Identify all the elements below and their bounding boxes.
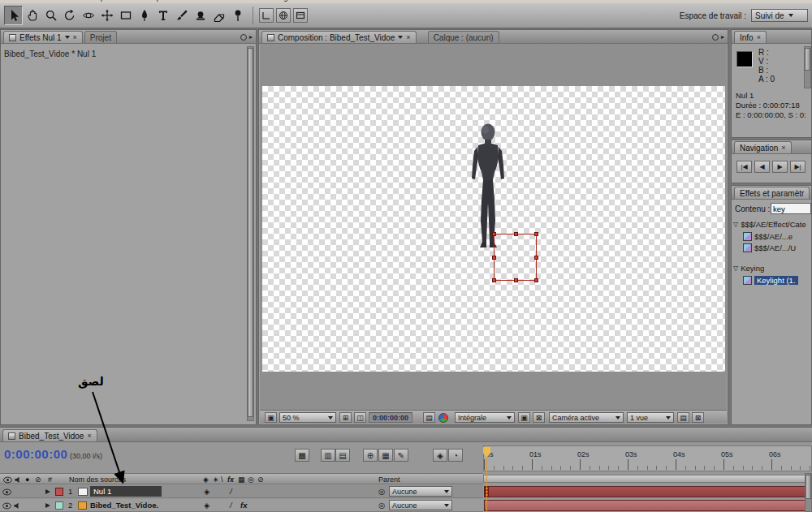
menu-item[interactable]: Fichier <box>8 0 32 2</box>
eye-icon[interactable] <box>2 502 11 510</box>
info-scrollbar[interactable] <box>804 46 811 88</box>
last-frame-button[interactable]: ▶| <box>790 161 806 173</box>
preset-effect-row[interactable]: $$$/AE/...e <box>733 230 811 242</box>
selection-handle[interactable] <box>492 256 496 260</box>
draft-3d-button[interactable]: ▥ <box>321 449 335 462</box>
hand-tool-button[interactable] <box>23 6 41 25</box>
grid-options-icon[interactable]: ▤ <box>677 412 689 423</box>
null-object-selection-box[interactable] <box>494 234 537 281</box>
safe-zones-icon[interactable]: ⊞ <box>339 412 352 423</box>
tab-layer[interactable]: Calque : (aucun) <box>428 31 499 43</box>
eye-icon[interactable] <box>3 476 12 484</box>
mask-rectangle-tool-button[interactable] <box>116 6 135 25</box>
menu-item[interactable]: Calque <box>141 0 167 2</box>
layer-bar-null[interactable] <box>484 486 811 497</box>
composition-viewport[interactable] <box>260 44 727 410</box>
layer-color-chip[interactable] <box>55 488 63 496</box>
menu-item[interactable]: Animation <box>209 0 245 2</box>
current-timecode[interactable]: 0:00:00:00 <box>4 447 67 461</box>
scrollbar-thumb[interactable] <box>806 475 811 499</box>
view-layout-dropdown[interactable]: 1 vue <box>627 412 674 423</box>
parent-dropdown[interactable]: Aucune <box>389 500 452 510</box>
speaker-icon[interactable] <box>15 476 22 484</box>
zoom-dropdown[interactable]: 50 % <box>279 412 336 423</box>
twirl-closed-icon[interactable] <box>45 489 50 494</box>
rotation-tool-button[interactable] <box>60 6 79 25</box>
pen-tool-button[interactable] <box>135 6 153 25</box>
preset-search-input[interactable] <box>771 203 811 214</box>
menu-item[interactable]: Aide <box>347 0 363 2</box>
play-button[interactable]: ▶ <box>772 161 788 173</box>
quality-switch-icon[interactable]: ◈ <box>204 501 209 510</box>
preset-effect-row[interactable]: $$$/AE/.../U <box>733 242 811 253</box>
flowchart-icon[interactable]: ⊠ <box>692 412 704 423</box>
brush-tool-button[interactable] <box>172 6 191 25</box>
brainstorm-button[interactable]: ✎ <box>394 449 408 462</box>
close-icon[interactable]: × <box>757 34 761 41</box>
index-column-header[interactable]: # <box>48 475 52 484</box>
work-area-bar[interactable] <box>483 475 812 483</box>
tab-navigation[interactable]: Navigation × <box>734 141 792 153</box>
parent-pickwhip-icon[interactable]: ◎ <box>378 487 385 496</box>
tab-project[interactable]: Projet <box>84 31 117 43</box>
mannequin-figure[interactable] <box>464 123 512 252</box>
tab-info[interactable]: Info × <box>734 31 767 43</box>
clone-stamp-tool-button[interactable] <box>191 6 209 25</box>
layer-row-video[interactable]: 2 Bibed_Test_Vidoe. ◈ / fx ◎ Aucune <box>0 499 483 512</box>
pan-behind-tool-button[interactable] <box>97 6 116 25</box>
menu-item[interactable]: Affichage <box>259 0 293 2</box>
selection-handle[interactable] <box>514 278 518 282</box>
unified-camera-tool-button[interactable] <box>79 6 97 25</box>
parent-pickwhip-icon[interactable]: ◎ <box>378 501 385 510</box>
timeline-scrollbar[interactable] <box>805 473 812 512</box>
workspace-dropdown[interactable]: Suivi de <box>751 9 808 22</box>
selection-handle[interactable] <box>492 232 496 236</box>
menu-item[interactable]: Édition <box>45 0 71 2</box>
chevron-down-icon[interactable] <box>398 36 403 39</box>
close-icon[interactable]: × <box>73 34 77 41</box>
twirl-open-icon[interactable]: ▽ <box>733 221 738 228</box>
selection-handle[interactable] <box>534 256 538 260</box>
snapshot-icon[interactable]: ▤ <box>423 412 435 423</box>
tab-composition[interactable]: Composition : Bibed_Test_Vidoe × <box>261 31 417 43</box>
previous-frame-button[interactable]: ◀ <box>754 161 770 173</box>
layer-bar-video[interactable] <box>484 500 811 511</box>
puppet-pin-tool-button[interactable] <box>228 6 247 25</box>
layer-row-null[interactable]: 1 Nul 1 ◈ / ◎ Aucune <box>0 485 483 498</box>
chevron-down-icon[interactable] <box>65 36 70 39</box>
quality-slash-icon[interactable]: / <box>230 501 232 510</box>
preset-category-row[interactable]: ▽ Keying <box>733 262 811 273</box>
selection-tool-button[interactable] <box>4 6 23 25</box>
menu-item[interactable]: Composition <box>84 0 129 2</box>
zoom-tool-button[interactable] <box>41 6 60 25</box>
lock-column-icon[interactable]: ⊘ <box>35 475 41 484</box>
eye-icon[interactable] <box>2 488 11 496</box>
region-of-interest-icon[interactable]: ▣ <box>265 412 277 423</box>
first-frame-button[interactable]: |◀ <box>736 161 752 173</box>
mask-visibility-icon[interactable]: ◫ <box>354 412 366 423</box>
layer-color-chip[interactable] <box>55 501 63 510</box>
quality-slash-icon[interactable]: / <box>230 487 232 496</box>
local-axis-mode-button[interactable] <box>259 8 274 23</box>
scrollbar-thumb[interactable] <box>805 48 810 71</box>
motion-blur-button[interactable]: ▦ <box>378 449 393 462</box>
panel-menu-button[interactable]: ▸ <box>240 33 253 41</box>
type-tool-button[interactable] <box>153 6 172 25</box>
menu-item[interactable]: Fenêtre <box>305 0 333 2</box>
selection-handle[interactable] <box>514 232 518 236</box>
statusbar-timecode[interactable]: 0:00:00:00 <box>369 412 412 423</box>
pixel-aspect-icon[interactable]: ⊠ <box>533 412 545 423</box>
graph-editor-button[interactable]: ◔ <box>448 449 463 462</box>
time-ruler[interactable]: 0s 01s 02s 03s 04s 05s 06s <box>483 445 812 471</box>
camera-dropdown[interactable]: Caméra active <box>549 412 624 423</box>
panel-menu-button[interactable]: ▸ <box>712 33 724 41</box>
world-axis-mode-button[interactable] <box>276 8 291 23</box>
preset-effect-row-selected[interactable]: Keylight (1. <box>733 274 811 286</box>
speaker-icon[interactable] <box>14 502 21 510</box>
auto-keyframe-button[interactable]: ◈ <box>433 449 447 462</box>
comp-mini-flowchart-button[interactable]: ▩ <box>295 449 309 462</box>
menu-item[interactable]: Effet <box>180 0 197 2</box>
selection-handle[interactable] <box>534 278 538 282</box>
layer-name[interactable]: Bibed_Test_Vidoe. <box>90 501 158 510</box>
resolution-dropdown[interactable]: Intégrale <box>455 412 515 423</box>
